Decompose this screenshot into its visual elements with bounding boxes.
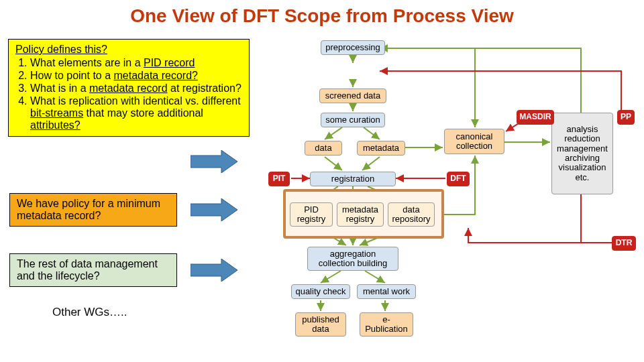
node-pid-registry: PID registry bbox=[290, 202, 333, 227]
min-metadata-box: We have policy for a minimum metadata re… bbox=[9, 193, 177, 227]
node-aggregation: aggregation collection building bbox=[307, 247, 398, 271]
block-arrow-icon bbox=[191, 198, 237, 221]
policy-heading: Policy defines this? bbox=[15, 44, 107, 55]
svg-line-6 bbox=[362, 157, 380, 170]
policy-box: Policy defines this? What elements are i… bbox=[8, 39, 250, 137]
node-canonical-collection: canonical collection bbox=[444, 129, 504, 154]
policy-item: What is in a metadata record at registra… bbox=[30, 82, 242, 95]
node-screened-data: screened data bbox=[319, 88, 386, 103]
node-data-repository: data repository bbox=[388, 202, 435, 227]
policy-item: What is replication with identical vs. d… bbox=[30, 95, 242, 131]
node-metadata: metadata bbox=[357, 141, 405, 156]
node-published-data: published data bbox=[295, 312, 346, 337]
svg-line-5 bbox=[325, 157, 342, 170]
block-arrow-icon bbox=[191, 259, 237, 282]
lifecycle-box: The rest of data management and the life… bbox=[9, 253, 177, 287]
svg-line-4 bbox=[364, 127, 380, 139]
policy-list: What elements are in a PID record How to… bbox=[30, 57, 242, 131]
node-data: data bbox=[305, 141, 342, 156]
node-e-publication: e- Publication bbox=[360, 312, 413, 337]
node-preprocessing: preprocessing bbox=[321, 40, 385, 55]
page-title: One View of DFT Scope from Process View bbox=[0, 5, 644, 27]
node-some-curation: some curation bbox=[321, 113, 385, 127]
block-arrow-icon bbox=[191, 150, 237, 173]
node-quality-check: quality check bbox=[291, 284, 350, 299]
tag-dft: DFT bbox=[447, 172, 470, 186]
tag-masdir: MASDIR bbox=[517, 110, 554, 125]
process-diagram: raw data preprocessing screened data som… bbox=[267, 40, 637, 341]
policy-item: What elements are in a PID record bbox=[30, 57, 242, 69]
svg-line-13 bbox=[321, 271, 341, 283]
node-metadata-registry: metadata registry bbox=[337, 202, 384, 227]
other-wgs-label: Other WGs….. bbox=[52, 306, 127, 319]
tag-pp: PP bbox=[617, 110, 635, 125]
svg-line-3 bbox=[325, 127, 342, 139]
svg-line-14 bbox=[365, 271, 385, 283]
tag-pit: PIT bbox=[268, 172, 290, 186]
node-registration: registration bbox=[310, 172, 396, 186]
node-mental-work: mental work bbox=[357, 284, 416, 299]
tag-dtr: DTR bbox=[612, 236, 636, 251]
node-analysis-etc: analysis reduction management archiving … bbox=[551, 113, 613, 194]
policy-item: How to point to a metadata record? bbox=[30, 70, 242, 82]
